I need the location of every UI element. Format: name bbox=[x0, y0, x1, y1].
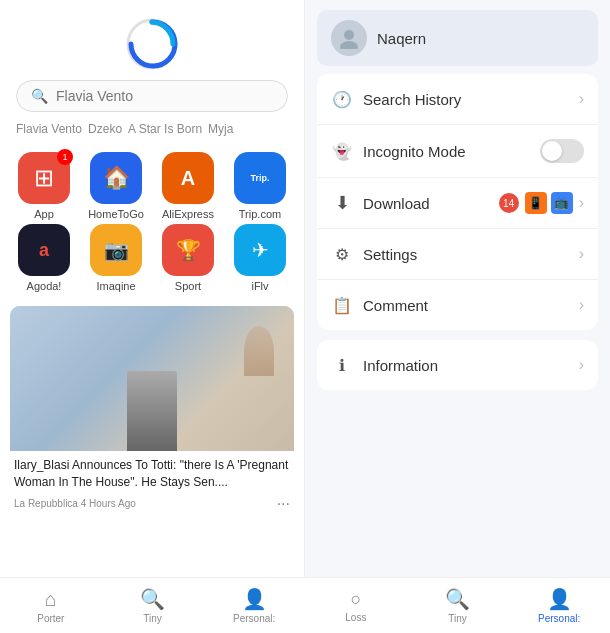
app-icon-app: ⊞ 1 bbox=[18, 152, 70, 204]
download-icon: ⬇ bbox=[331, 192, 353, 214]
person-icon: 👤 bbox=[242, 587, 267, 611]
menu-item-comment[interactable]: 📋 Comment › bbox=[317, 280, 598, 330]
search-nav-icon: 🔍 bbox=[140, 587, 165, 611]
suggestions-bar: Flavia Vento Dzeko A Star Is Born Myja bbox=[0, 122, 304, 146]
app-label-imaqine: Imaqine bbox=[96, 280, 135, 292]
left-panel: 🔍 Flavia Vento Dzeko A Star Is Born Myja… bbox=[0, 0, 305, 577]
download-badge: 14 bbox=[499, 193, 519, 213]
app-item-aliexpress[interactable]: A AliExpress bbox=[154, 152, 222, 220]
toggle-knob bbox=[542, 141, 562, 161]
news-meta: La Repubblica 4 Hours Ago ··· bbox=[10, 493, 294, 517]
menu-label-download: Download bbox=[363, 195, 499, 212]
app-label-agoda: Agoda! bbox=[27, 280, 62, 292]
username-label: Naqern bbox=[377, 30, 426, 47]
menu-label-information: Information bbox=[363, 357, 579, 374]
menu-list-info: ℹ Information › bbox=[317, 340, 598, 390]
suggestion-4[interactable]: Myja bbox=[208, 122, 233, 136]
search-history-icon: 🕐 bbox=[331, 88, 353, 110]
nav-label-personal2: Personal: bbox=[538, 613, 580, 624]
nav-label-personal: Personal: bbox=[233, 613, 275, 624]
incognito-toggle[interactable] bbox=[540, 139, 584, 163]
app-icon-hometogo: 🏠 bbox=[90, 152, 142, 204]
news-source: La Repubblica 4 Hours Ago bbox=[14, 498, 136, 509]
information-icon: ℹ bbox=[331, 354, 353, 376]
news-item[interactable]: Ilary_Blasi Announces To Totti: "there I… bbox=[10, 306, 294, 517]
news-more-icon[interactable]: ··· bbox=[277, 495, 290, 513]
mini-icon-blue: 📺 bbox=[551, 192, 573, 214]
app-icon-iflv: ✈ bbox=[234, 224, 286, 276]
download-mini-icons: 📱 📺 bbox=[525, 192, 573, 214]
news-title: Ilary_Blasi Announces To Totti: "there I… bbox=[10, 451, 294, 493]
home-icon: ⌂ bbox=[45, 588, 57, 611]
nav-item-personal[interactable]: 👤 Personal: bbox=[203, 587, 305, 624]
search-icon: 🔍 bbox=[31, 88, 48, 104]
app-item-imaqine[interactable]: 📷 Imaqine bbox=[82, 224, 150, 292]
menu-item-incognito[interactable]: 👻 Incognito Mode bbox=[317, 125, 598, 178]
app-label-iflv: iFlv bbox=[251, 280, 268, 292]
app-icon-imaqine: 📷 bbox=[90, 224, 142, 276]
nav-item-tiny[interactable]: 🔍 Tiny bbox=[102, 587, 204, 624]
nav-label-tiny2: Tiny bbox=[448, 613, 467, 624]
search-icon-2: 🔍 bbox=[445, 587, 470, 611]
svg-point-2 bbox=[340, 41, 358, 49]
app-grid: ⊞ 1 App 🏠 HomeToGo A AliExpress bbox=[0, 146, 304, 298]
menu-label-settings: Settings bbox=[363, 246, 579, 263]
nav-item-porter[interactable]: ⌂ Porter bbox=[0, 588, 102, 624]
incognito-icon: 👻 bbox=[331, 140, 353, 162]
menu-label-search-history: Search History bbox=[363, 91, 579, 108]
app-label-sport: Sport bbox=[175, 280, 201, 292]
suggestion-2[interactable]: Dzeko bbox=[88, 122, 122, 136]
nav-label-tiny: Tiny bbox=[143, 613, 162, 624]
chevron-icon-settings: › bbox=[579, 245, 584, 263]
right-panel: Naqern 🕐 Search History › 👻 Incognito Mo… bbox=[305, 0, 610, 577]
person-icon-2: 👤 bbox=[547, 587, 572, 611]
chevron-icon-comment: › bbox=[579, 296, 584, 314]
app-item-agoda[interactable]: a Agoda! bbox=[10, 224, 78, 292]
settings-icon: ⚙ bbox=[331, 243, 353, 265]
app-item-sport[interactable]: 🏆 Sport bbox=[154, 224, 222, 292]
chevron-icon-search-history: › bbox=[579, 90, 584, 108]
comment-icon: 📋 bbox=[331, 294, 353, 316]
profile-bar[interactable]: Naqern bbox=[317, 10, 598, 66]
suggestion-1[interactable]: Flavia Vento bbox=[16, 122, 82, 136]
nav-label-loss: Loss bbox=[345, 612, 366, 623]
circle-icon: ○ bbox=[350, 589, 361, 610]
app-item-trip[interactable]: Trip. Trip.com bbox=[226, 152, 294, 220]
app-label-hometogo: HomeToGo bbox=[88, 208, 144, 220]
menu-label-incognito: Incognito Mode bbox=[363, 143, 540, 160]
menu-list: 🕐 Search History › 👻 Incognito Mode ⬇ Do… bbox=[317, 74, 598, 330]
menu-label-comment: Comment bbox=[363, 297, 579, 314]
menu-item-settings[interactable]: ⚙ Settings › bbox=[317, 229, 598, 280]
search-bar[interactable]: 🔍 bbox=[16, 80, 288, 112]
app-icon-aliexpress: A bbox=[162, 152, 214, 204]
menu-item-information[interactable]: ℹ Information › bbox=[317, 340, 598, 390]
nav-item-personal2[interactable]: 👤 Personal: bbox=[508, 587, 610, 624]
app-icon-sport: 🏆 bbox=[162, 224, 214, 276]
search-input[interactable] bbox=[56, 88, 273, 104]
menu-item-search-history[interactable]: 🕐 Search History › bbox=[317, 74, 598, 125]
app-icon-trip: Trip. bbox=[234, 152, 286, 204]
bottom-nav: ⌂ Porter 🔍 Tiny 👤 Personal: ○ Loss 🔍 Tin… bbox=[0, 577, 610, 633]
nav-item-tiny2[interactable]: 🔍 Tiny bbox=[407, 587, 509, 624]
avatar bbox=[331, 20, 367, 56]
app-item-app[interactable]: ⊞ 1 App bbox=[10, 152, 78, 220]
nav-label-porter: Porter bbox=[37, 613, 64, 624]
app-badge-app: 1 bbox=[57, 149, 73, 165]
chevron-icon-download: › bbox=[579, 194, 584, 212]
app-label-trip: Trip.com bbox=[239, 208, 281, 220]
chevron-icon-information: › bbox=[579, 356, 584, 374]
app-label-aliexpress: AliExpress bbox=[162, 208, 214, 220]
menu-item-download[interactable]: ⬇ Download 14 📱 📺 › bbox=[317, 178, 598, 229]
app-icon-agoda: a bbox=[18, 224, 70, 276]
suggestion-3[interactable]: A Star Is Born bbox=[128, 122, 202, 136]
logo-area bbox=[0, 0, 304, 80]
news-image bbox=[10, 306, 294, 451]
nav-item-loss[interactable]: ○ Loss bbox=[305, 589, 407, 623]
mini-icon-orange: 📱 bbox=[525, 192, 547, 214]
svg-point-1 bbox=[344, 30, 354, 40]
app-item-hometogo[interactable]: 🏠 HomeToGo bbox=[82, 152, 150, 220]
app-logo bbox=[126, 18, 178, 70]
app-item-iflv[interactable]: ✈ iFlv bbox=[226, 224, 294, 292]
app-label-app: App bbox=[34, 208, 54, 220]
